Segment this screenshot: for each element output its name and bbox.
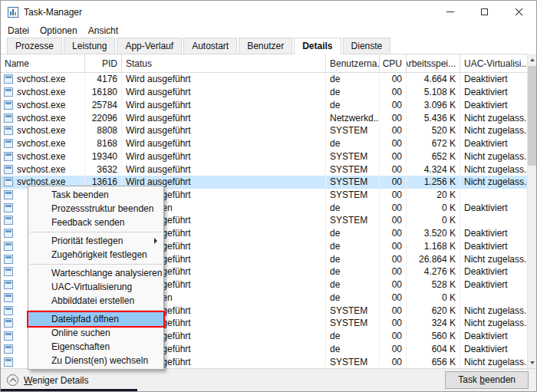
pid-cell: 16180: [85, 86, 122, 99]
context-menu-item-eigenschaften[interactable]: Eigenschaften: [28, 340, 163, 354]
column-header-status[interactable]: Status: [122, 54, 326, 72]
uac-cell: Nicht zugelass...: [460, 304, 527, 317]
cpu-cell: 00: [380, 252, 407, 265]
cpu-cell: 00: [380, 291, 407, 304]
memory-cell: 26.864 K: [407, 252, 460, 265]
scroll-up-button[interactable]: [528, 54, 537, 65]
table-row[interactable]: svchost.exe19340Wird ausgeführtSYSTEM006…: [1, 150, 527, 163]
name-cell: svchost.exe: [1, 137, 85, 150]
column-header-name[interactable]: Name: [1, 54, 85, 72]
status-cell: Wird ausgeführt: [122, 137, 326, 150]
process-icon: [4, 229, 13, 238]
menubar-item-ansicht[interactable]: Ansicht: [83, 24, 124, 38]
menubar-item-optionen[interactable]: Optionen: [35, 24, 83, 38]
scroll-thumb[interactable]: [528, 66, 537, 166]
tab-leistung[interactable]: Leistung: [64, 38, 115, 54]
uac-cell: Deaktiviert: [460, 137, 527, 150]
cpu-cell: 00: [380, 111, 407, 124]
scrollbar[interactable]: [527, 54, 536, 368]
uac-cell: Deaktiviert: [460, 98, 527, 111]
process-icon: [4, 306, 13, 315]
cpu-cell: 00: [380, 150, 407, 163]
menu-item-label: Zu Dienst(en) wechseln: [51, 355, 148, 366]
memory-cell: 4.664 K: [407, 73, 460, 86]
close-button[interactable]: [502, 1, 536, 23]
table-row[interactable]: svchost.exe16180Wird ausgeführtde005.108…: [1, 86, 527, 99]
scroll-down-icon: [530, 361, 535, 364]
column-header-arbeitsspei[interactable]: Arbeitsspei...: [407, 54, 460, 72]
column-header-cpu[interactable]: CPU: [380, 54, 407, 72]
uac-cell: [460, 189, 527, 202]
table-row[interactable]: svchost.exe8168Wird ausgeführtde00672 KD…: [1, 137, 527, 150]
memory-cell: 3.520 K: [407, 227, 460, 240]
process-icon: [4, 318, 13, 328]
process-icon: [4, 152, 13, 161]
uac-cell: Deaktiviert: [460, 73, 527, 86]
context-menu-item-zugehorigkeit-festlegen[interactable]: Zugehörigkeit festlegen: [28, 248, 163, 262]
context-menu-item-online-suchen[interactable]: Online suchen: [28, 326, 163, 340]
context-menu-item-task-beenden[interactable]: Task beenden: [28, 188, 163, 202]
cpu-cell: 00: [380, 265, 407, 278]
cpu-cell: 00: [380, 317, 407, 330]
scroll-down-button[interactable]: [528, 357, 537, 368]
process-icon: [4, 267, 13, 276]
user-cell: de: [326, 330, 380, 343]
tab-details[interactable]: Details: [294, 38, 341, 54]
process-icon: [4, 139, 13, 148]
details-toggle[interactable]: Weniger Details: [24, 375, 88, 386]
process-name: svchost.exe: [17, 138, 65, 149]
process-icon: [4, 165, 13, 174]
process-icon: [4, 100, 13, 110]
table-row[interactable]: svchost.exe25784Wird ausgeführtde003.096…: [1, 98, 527, 111]
menubar-item-datei[interactable]: Datei: [2, 24, 35, 38]
uac-cell: Nicht zugelass...: [460, 124, 527, 137]
context-menu-item-prioritat-festlegen[interactable]: Priorität festlegen: [28, 234, 163, 248]
table-row[interactable]: svchost.exe4176Wird ausgeführtde004.664 …: [1, 73, 527, 86]
context-menu-item-dateipfad-offnen[interactable]: Dateipfad öffnen: [28, 312, 163, 326]
chevron-up-icon[interactable]: [7, 374, 18, 386]
context-menu-item-feedback-senden[interactable]: Feedback senden: [28, 216, 163, 229]
table-row[interactable]: svchost.exe3632Wird ausgeführtSYSTEM004.…: [1, 163, 527, 176]
column-header-benutzerna[interactable]: Benutzerna...: [326, 54, 380, 72]
minimize-button[interactable]: [433, 1, 467, 23]
memory-cell: 4.276 K: [407, 265, 460, 278]
menu-item-label: Zugehörigkeit festlegen: [51, 249, 147, 260]
user-cell: de: [326, 73, 380, 86]
menu-item-label: Dateipfad öffnen: [51, 314, 119, 324]
memory-cell: 604 K: [407, 342, 460, 355]
memory-cell: 3.096 K: [407, 98, 460, 111]
tab-prozesse[interactable]: Prozesse: [7, 38, 62, 54]
user-cell: SYSTEM: [326, 304, 380, 317]
status-cell: Wird ausgeführt: [122, 163, 326, 176]
context-menu-item-prozessstruktur-beenden[interactable]: Prozessstruktur beenden: [28, 202, 163, 216]
tab-autostart[interactable]: Autostart: [183, 38, 237, 54]
uac-cell: [460, 214, 527, 227]
user-cell: de: [326, 137, 380, 150]
user-cell: de: [326, 86, 380, 99]
memory-cell: 0 K: [407, 291, 460, 304]
cpu-cell: 00: [380, 227, 407, 240]
menu-item-label: Priorität festlegen: [51, 236, 123, 246]
tab-app-verlauf[interactable]: App-Verlauf: [117, 38, 182, 54]
tab-dienste[interactable]: Dienste: [343, 38, 391, 54]
menu-separator: [30, 232, 162, 232]
tab-benutzer[interactable]: Benutzer: [239, 38, 292, 54]
end-task-button[interactable]: Task beenden: [445, 371, 529, 389]
context-menu-item-uac-virtualisierung[interactable]: UAC-Virtualisierung: [28, 280, 163, 294]
user-cell: de: [326, 342, 380, 355]
context-menu-item-zu-dienst-en-wechseln[interactable]: Zu Dienst(en) wechseln: [28, 354, 163, 367]
uac-cell: Deaktiviert: [460, 201, 527, 214]
context-menu: Task beendenProzessstruktur beendenFeedb…: [28, 186, 164, 370]
table-row[interactable]: svchost.exe8808Wird ausgeführtSYSTEM0052…: [1, 124, 527, 137]
process-icon: [4, 242, 13, 251]
column-header-pid[interactable]: PID: [85, 54, 122, 72]
process-icon: [4, 216, 13, 225]
context-menu-item-abbilddatei-erstellen[interactable]: Abbilddatei erstellen: [28, 294, 163, 308]
maximize-button[interactable]: [467, 1, 502, 23]
column-header-uac-virtualisi[interactable]: UAC-Virtualisi...: [460, 54, 527, 72]
memory-cell: 324 K: [407, 317, 460, 330]
process-icon: [4, 190, 13, 199]
pid-cell: 25784: [85, 98, 122, 111]
context-menu-item-warteschlange-analysieren[interactable]: Warteschlange analysieren: [28, 266, 163, 280]
table-row[interactable]: svchost.exe22096Wird ausgeführtNetzwerkd…: [1, 111, 527, 124]
